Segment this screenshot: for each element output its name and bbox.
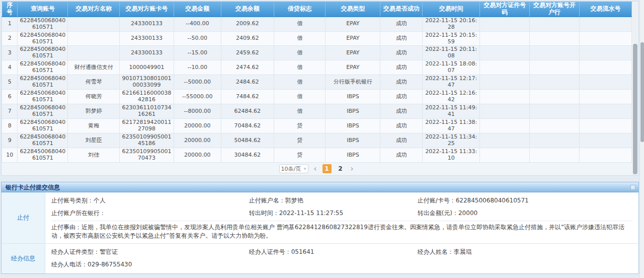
table-row: 16228450068040610571243300133--400.00200… <box>2 17 632 31</box>
table-cell: 成功 <box>380 119 423 133</box>
table-cell: 20000.00 <box>174 148 221 163</box>
table-cell: 借 <box>274 31 326 46</box>
column-header: 交易对方名称 <box>68 2 120 17</box>
table-cell: 成功 <box>380 133 423 148</box>
table-cell <box>580 31 632 46</box>
chevron-down-icon: ▾ <box>304 166 306 171</box>
field: 止付账户名：郭梦艳 <box>249 194 418 207</box>
handler-info-fields: 经办人证件类型：警官证经办人证件号：051641经办人姓名：李晨琨经办人电话：0… <box>51 246 632 271</box>
table-cell <box>68 46 120 60</box>
scrollbar-thumb[interactable] <box>640 42 644 142</box>
table-cell <box>580 75 632 90</box>
table-cell <box>68 17 120 31</box>
table-cell: IBPS <box>326 90 380 104</box>
field <box>249 258 418 271</box>
table-cell: 贷 <box>274 148 326 163</box>
page-size-value: 10条/页 <box>281 165 301 173</box>
table-cell <box>480 90 530 104</box>
table-row: 86228450068040610571黄梅621728194200112709… <box>2 119 632 133</box>
table-cell: EPAY <box>326 60 380 75</box>
table-cell: 6216611600003842816 <box>120 90 174 104</box>
table-cell: --400.00 <box>174 17 221 31</box>
table-cell <box>530 133 580 148</box>
stop-payment-group: 止付 止付账号类别：个人止付账户名：郭梦艳止付账/卡号：622845006804… <box>2 192 638 243</box>
field: 转出金额(元)：20000 <box>418 207 632 220</box>
table-cell <box>480 31 530 46</box>
table-cell: 7 <box>2 104 18 119</box>
table-cell <box>480 148 530 163</box>
collapse-icon[interactable] <box>630 185 635 190</box>
table-cell: 6217281942001127098 <box>120 119 174 133</box>
table-cell: 20000.00 <box>174 133 221 148</box>
handler-info-group: 经办信息 经办人证件类型：警官证经办人证件号：051641经办人姓名：李晨琨经办… <box>2 243 638 273</box>
table-cell <box>580 17 632 31</box>
table-cell <box>480 75 530 90</box>
table-cell: 6228450068040610571 <box>18 133 68 148</box>
table-cell: 贷 <box>274 133 326 148</box>
table-cell <box>480 119 530 133</box>
table-cell: 何晓芳 <box>68 90 120 104</box>
table-cell <box>580 104 632 119</box>
table-cell <box>580 60 632 75</box>
page-button-1[interactable]: 1 <box>323 164 332 173</box>
table-cell: 贷 <box>274 119 326 133</box>
column-header: 交易余额 <box>221 2 274 17</box>
table-cell: 2022-11-15 11:33:10 <box>423 148 480 163</box>
table-cell: EPAY <box>326 17 380 31</box>
column-header: 查询账号 <box>18 2 68 17</box>
table-cell: 借 <box>274 46 326 60</box>
table-cell <box>480 17 530 31</box>
field: 止付账号类别：个人 <box>51 194 249 207</box>
table-cell: 70484.62 <box>221 119 274 133</box>
table-cell: --8000.00 <box>174 104 221 119</box>
table-cell: 243300133 <box>120 46 174 60</box>
table-cell <box>580 90 632 104</box>
table-cell: 成功 <box>380 31 423 46</box>
table-cell: --15.00 <box>174 46 221 60</box>
table-row: 76228450068040610571郭梦婷62303611010734162… <box>2 104 632 119</box>
next-page-button[interactable]: › <box>350 164 355 173</box>
transactions-panel: 序号查询账号交易对方名称交易对方账卡号交易金额交易余额借贷标志交易类型交易是否成… <box>1 1 639 176</box>
column-header: 交易金额 <box>174 2 221 17</box>
table-row: 56228450068040610571何雪琴90107130801001000… <box>2 75 632 90</box>
table-cell: 借 <box>274 60 326 75</box>
table-cell <box>68 31 120 46</box>
table-cell: 30484.62 <box>221 148 274 163</box>
table-cell: 6228450068040610571 <box>18 31 68 46</box>
table-cell <box>530 148 580 163</box>
page-size-select[interactable]: 10条/页 ▾ <box>279 164 308 173</box>
table-cell <box>580 119 632 133</box>
column-header: 交易对方账卡号 <box>120 2 174 17</box>
table-cell: 6 <box>2 90 18 104</box>
table-cell: 2474.62 <box>221 60 274 75</box>
table-cell: 2022-11-15 11:34:25 <box>423 133 480 148</box>
table-vertical-scrollbar[interactable] <box>632 2 638 175</box>
scrollbar-thumb[interactable] <box>633 44 637 174</box>
table-row: 106228450068040610571刘佳62350109905001704… <box>2 148 632 163</box>
prev-page-button[interactable]: ‹ <box>313 164 318 173</box>
vertical-scrollbar[interactable] <box>639 0 644 278</box>
table-cell: IBPS <box>326 133 380 148</box>
table-cell: 2459.62 <box>221 46 274 60</box>
table-cell <box>580 46 632 60</box>
stop-payment-fields: 止付账号类别：个人止付账户名：郭梦艳止付账/卡号：622845006804061… <box>51 194 632 220</box>
pagination: 10条/页 ▾ ‹ 1 2 › <box>2 163 632 175</box>
table-cell <box>530 60 580 75</box>
table-cell: 9 <box>2 133 18 148</box>
table-row: 36228450068040610571243300133--15.002459… <box>2 46 632 60</box>
table-cell <box>480 46 530 60</box>
table-cell: 5 <box>2 75 18 90</box>
table-cell: 8 <box>2 119 18 133</box>
table-cell: 6230361101073416261 <box>120 104 174 119</box>
table-cell: 6228450068040610571 <box>18 90 68 104</box>
column-header: 交易类型 <box>326 2 380 17</box>
table-cell: 借 <box>274 17 326 31</box>
table-cell: 2022-11-15 20:16:28 <box>423 17 480 31</box>
table-cell: 6228450068040610571 <box>18 104 68 119</box>
table-cell: 何雪琴 <box>68 75 120 90</box>
field: 经办人电话：029-86755430 <box>51 258 249 271</box>
table-cell <box>580 148 632 163</box>
table-cell: 62484.62 <box>221 104 274 119</box>
page-button-2[interactable]: 2 <box>336 164 345 173</box>
table-cell: 1 <box>2 17 18 31</box>
